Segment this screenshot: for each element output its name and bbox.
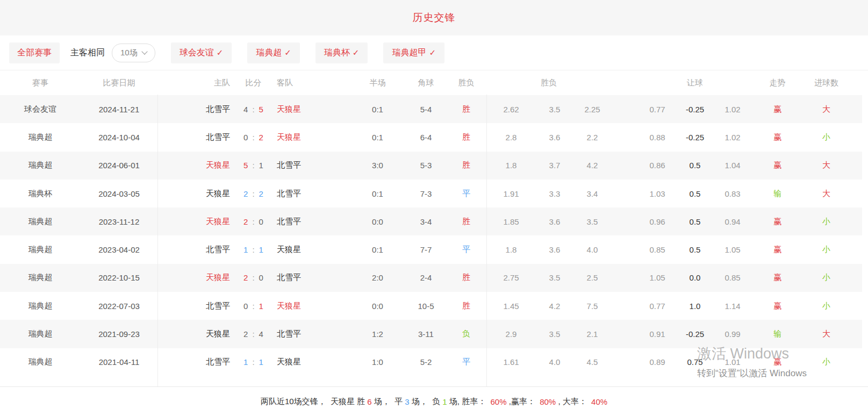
handicap-odd: 0.89 — [639, 357, 676, 367]
away-team: 天狼星 — [277, 301, 349, 311]
header-date: 比赛日期 — [81, 78, 157, 88]
handicap-odd: 0.85 — [714, 273, 751, 282]
summary-segment: 场， 负 — [410, 397, 443, 407]
checkmark-icon: ✓ — [284, 48, 291, 58]
win-odd: 1.61 — [486, 357, 536, 367]
away-team: 北雪平 — [277, 217, 349, 227]
score-home: 2 — [243, 329, 248, 339]
away-team: 天狼星 — [277, 104, 349, 114]
table-header: 赛事 比赛日期 主队 比分 客队 半场 角球 胜负 胜负 让球 走势 进球数 — [0, 70, 868, 95]
score-separator: : — [252, 217, 254, 226]
summary-segment: 40% — [591, 397, 607, 406]
table-row: 瑞典超 2023-11-12 天狼星 2 : 0 北雪平 0:0 3-4 胜 1… — [0, 207, 862, 235]
trend-cell: 赢 — [751, 104, 804, 114]
checkmark-icon: ✓ — [353, 48, 360, 58]
score-cell: 2 : 0 — [230, 273, 277, 282]
result-cell: 负 — [446, 329, 486, 339]
table-row: 瑞典超 2022-10-15 天狼星 2 : 0 北雪平 2:0 2-4 胜 2… — [0, 264, 862, 292]
filter-tag-superettan[interactable]: 瑞典超甲 ✓ — [383, 42, 444, 63]
table-row: 瑞典超 2024-10-04 北雪平 0 : 2 天狼星 0:1 6-4 胜 2… — [0, 123, 862, 151]
home-team: 北雪平 — [157, 301, 230, 311]
handicap-odd: 0.91 — [639, 329, 676, 339]
score-separator: : — [252, 357, 254, 367]
date-cell: 2024-03-05 — [81, 189, 157, 198]
event-cell: 瑞典杯 — [0, 189, 81, 199]
header-trend: 走势 — [751, 78, 804, 88]
header-handicap-group: 让球 — [639, 78, 751, 88]
goals-cell: 大 — [804, 104, 849, 114]
filter-tag-allsvenskan[interactable]: 瑞典超 ✓ — [247, 42, 300, 63]
handicap-odd: 1.14 — [714, 302, 751, 311]
win-odd: 4.0 — [573, 245, 611, 254]
half-cell: 1:2 — [349, 329, 406, 339]
handicap-odd: -0.25 — [676, 133, 714, 142]
score-home: 1 — [243, 357, 248, 367]
corner-cell: 2-4 — [406, 273, 446, 282]
table-row: 瑞典超 2021-09-23 天狼星 2 : 4 北雪平 1:2 3-11 负 … — [0, 320, 862, 348]
header-result: 胜负 — [446, 78, 486, 88]
home-team: 北雪平 — [157, 245, 230, 255]
handicap-odd: 0.96 — [639, 217, 676, 226]
filter-tag-svenska-cupen[interactable]: 瑞典杯 ✓ — [315, 42, 368, 63]
filter-all-events-button[interactable]: 全部赛事 — [9, 42, 60, 63]
corner-cell: 7-7 — [406, 245, 446, 254]
table-row: 瑞典超 2022-07-03 北雪平 0 : 1 天狼星 0:0 10-5 胜 … — [0, 292, 862, 320]
goals-cell: 小 — [804, 245, 849, 255]
header-score: 比分 — [230, 78, 277, 88]
half-cell: 0:1 — [349, 245, 406, 254]
score-separator: : — [252, 302, 254, 311]
win-odd: 2.62 — [486, 105, 536, 114]
corner-cell: 6-4 — [406, 133, 446, 142]
filter-tag-label: 瑞典超 — [256, 47, 282, 59]
home-team: 天狼星 — [157, 272, 230, 283]
filter-home-away-button[interactable]: 主客相同 — [70, 47, 105, 59]
handicap-odd: 1.02 — [714, 133, 751, 142]
away-team: 北雪平 — [277, 272, 349, 283]
date-cell: 2021-04-11 — [81, 357, 157, 367]
trend-cell: 赢 — [751, 272, 804, 283]
summary-segment: 两队近10场交锋， 天狼星 胜 — [261, 397, 367, 407]
away-team: 天狼星 — [277, 357, 349, 367]
trend-cell: 输 — [751, 189, 804, 199]
trend-cell: 赢 — [751, 132, 804, 142]
win-odd: 4.2 — [573, 161, 611, 170]
handicap-odd: 0.85 — [639, 245, 676, 254]
filter-tag-friendly[interactable]: 球会友谊 ✓ — [171, 42, 232, 63]
handicap-odd: 1.02 — [714, 105, 751, 114]
corner-cell: 7-3 — [406, 189, 446, 198]
away-team: 天狼星 — [277, 132, 349, 142]
handicap-odd: -0.25 — [676, 329, 714, 339]
event-cell: 瑞典超 — [0, 329, 81, 339]
column-divider — [157, 95, 158, 386]
handicap-odd: 1.03 — [639, 189, 676, 198]
summary-segment: 3 — [405, 397, 409, 406]
score-home: 0 — [243, 302, 248, 311]
date-cell: 2021-09-23 — [81, 329, 157, 339]
score-cell: 2 : 2 — [230, 189, 277, 198]
score-cell: 5 : 1 — [230, 161, 277, 170]
trend-cell: 赢 — [751, 245, 804, 255]
result-cell: 胜 — [446, 301, 486, 311]
table-body: 球会友谊 2024-11-21 北雪平 4 : 5 天狼星 0:1 5-4 胜 … — [0, 95, 868, 376]
event-cell: 瑞典超 — [0, 357, 81, 367]
home-team: 天狼星 — [157, 329, 230, 339]
win-odd: 1.8 — [486, 245, 536, 254]
score-separator: : — [252, 245, 254, 254]
win-odd: 3.6 — [536, 245, 573, 254]
win-odd: 1.8 — [486, 161, 536, 170]
checkmark-icon: ✓ — [429, 48, 436, 58]
result-cell: 平 — [446, 189, 486, 199]
corner-cell: 10-5 — [406, 302, 446, 311]
result-cell: 胜 — [446, 132, 486, 142]
handicap-odd: 0.94 — [714, 217, 751, 226]
win-odd: 3.5 — [536, 105, 573, 114]
win-odd: 3.5 — [536, 329, 573, 339]
score-away: 0 — [259, 273, 263, 282]
win-odd: 3.5 — [573, 217, 611, 226]
match-count-dropdown[interactable]: 10场 — [112, 44, 155, 62]
win-odd: 1.45 — [486, 302, 536, 311]
filter-bar: 全部赛事 主客相同 10场 球会友谊 ✓ 瑞典超 ✓ 瑞典杯 ✓ 瑞典超甲 ✓ — [0, 35, 868, 70]
chevron-down-icon — [141, 48, 147, 54]
header-win-odds-group: 胜负 — [486, 78, 611, 88]
corner-cell: 5-3 — [406, 161, 446, 170]
